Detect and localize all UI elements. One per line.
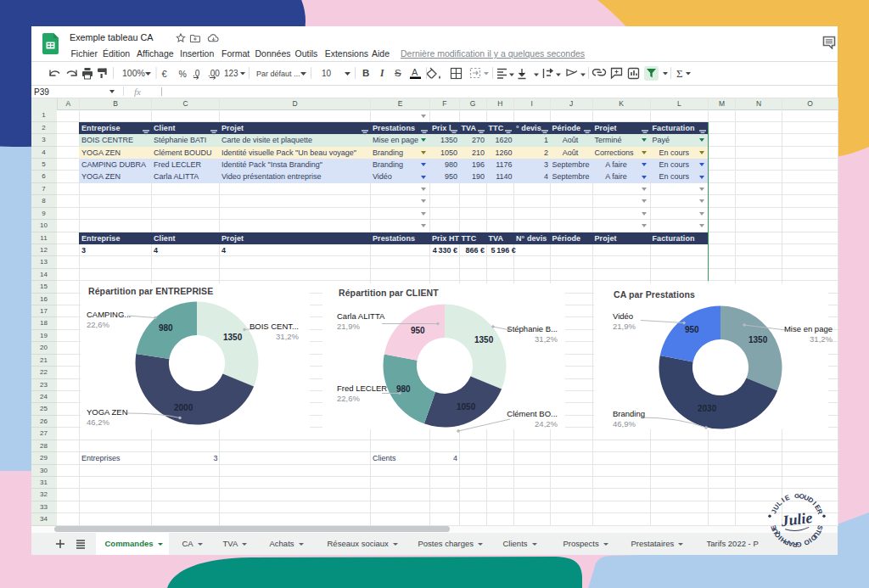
- svg-text:E: E: [770, 524, 778, 530]
- svg-text:E: E: [784, 493, 792, 502]
- svg-text:Julie: Julie: [779, 509, 813, 529]
